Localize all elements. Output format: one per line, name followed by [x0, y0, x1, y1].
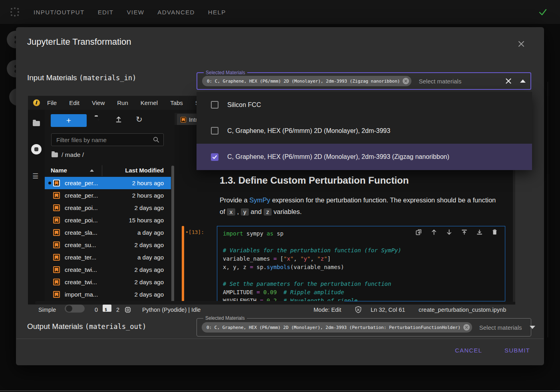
kernel-cpu-icon[interactable] [124, 306, 131, 313]
chevron-down-icon[interactable] [530, 326, 535, 329]
chip-remove-icon[interactable] [403, 78, 409, 84]
select-materials-placeholder[interactable]: Select materials [419, 78, 461, 85]
file-name: import_ma... [65, 291, 135, 298]
select-materials-placeholder[interactable]: Select materials [479, 324, 522, 331]
jupyter-menu-kernel[interactable]: Kernel [141, 99, 158, 106]
inline-code: x [227, 208, 235, 216]
file-row[interactable]: create_per...2 hours ago [45, 177, 171, 189]
material-option[interactable]: C, Graphene, HEX (P6/mmm) 2D (Monolayer)… [197, 118, 532, 144]
code-token: variable_names [223, 255, 273, 262]
window-bottom-edge [0, 390, 560, 391]
active-filename[interactable]: create_perturbation_custom.ipynb [419, 305, 506, 315]
home-folder-icon[interactable] [52, 152, 58, 157]
chevron-up-icon[interactable] [520, 79, 526, 83]
file-modified: 2 days ago [135, 291, 164, 298]
file-name: create_per... [65, 180, 132, 186]
close-icon[interactable] [517, 40, 525, 48]
file-name: create_twi... [65, 279, 135, 285]
code-token: import [223, 230, 243, 237]
code-token: AMPLITUDE [223, 289, 256, 295]
new-launcher-button[interactable]: + [51, 114, 87, 127]
code-token: (variable_names) [290, 264, 344, 270]
submit-button[interactable]: SUBMIT [504, 347, 530, 354]
menu-item-view[interactable]: VIEW [127, 9, 144, 16]
file-row[interactable]: create_ter...a day ago [45, 251, 171, 263]
file-row[interactable]: create_twi...2 days ago [45, 276, 171, 288]
material-option[interactable]: Silicon FCC [197, 92, 532, 118]
insert-cell-below-icon[interactable] [476, 229, 483, 236]
running-sessions-icon[interactable] [31, 144, 42, 154]
name-column-header[interactable]: Name [51, 167, 67, 174]
jupyter-menu-tabs[interactable]: Tabs [170, 99, 183, 106]
search-icon [153, 137, 159, 143]
cursor-position[interactable]: Ln 32, Col 61 [371, 305, 405, 315]
paragraph-text: Provide a [220, 196, 249, 204]
selected-material-chip[interactable]: 0: C, Graphene, HEX (P6/mmm) 2D (Monolay… [202, 76, 411, 86]
clear-selection-icon[interactable] [505, 77, 512, 85]
breadcrumb[interactable]: / made / [52, 151, 84, 158]
modified-column-header[interactable]: Last Modified [125, 167, 164, 174]
chip-remove-icon[interactable] [463, 324, 470, 331]
terminals-count[interactable]: 0 [95, 305, 98, 315]
file-row[interactable]: create_poi...2 days ago [45, 202, 171, 214]
checkbox-icon[interactable] [211, 101, 218, 109]
horizontal-scrollbar[interactable] [35, 301, 345, 304]
output-material-chip[interactable]: 0: C, Graphene, HEX (P6/mmm) 2D (Monolay… [202, 322, 472, 333]
file-row[interactable]: create_per...2 hours ago [45, 189, 171, 202]
file-name: create_per... [65, 192, 132, 199]
file-row[interactable]: import_ma...2 days ago [45, 288, 171, 301]
output-materials-select[interactable]: Selected Materials 0: C, Graphene, HEX (… [197, 318, 531, 337]
kernels-count[interactable]: 2 [116, 305, 119, 315]
duplicate-cell-icon[interactable] [415, 229, 422, 236]
material-option[interactable]: C, Graphene, HEX (P6/mmm) 2D (Monolayer)… [197, 144, 532, 170]
file-row[interactable]: create_twi...2 days ago [45, 263, 171, 276]
upload-icon[interactable] [115, 116, 122, 123]
file-row[interactable]: create_poi...15 hours ago [45, 214, 171, 226]
cancel-button[interactable]: CANCEL [455, 347, 482, 354]
inline-code: z [264, 208, 272, 216]
notebook-mode[interactable]: Mode: Edit [314, 305, 341, 315]
panel-splitter[interactable] [171, 166, 174, 302]
code-token: , [294, 255, 300, 262]
insert-cell-above-icon[interactable] [461, 229, 468, 236]
footer-divider [16, 339, 544, 339]
trust-shield-icon[interactable] [354, 306, 362, 314]
file-filter-input[interactable]: Filter files by name [51, 133, 164, 146]
jupyter-menu-view[interactable]: View [92, 99, 105, 106]
code-token: , [310, 255, 317, 262]
menu-item-help[interactable]: HELP [208, 9, 226, 16]
file-row[interactable]: create_su...2 days ago [45, 239, 171, 251]
code-token: " [317, 255, 320, 262]
delete-cell-icon[interactable] [491, 229, 498, 236]
code-token: x, y, z [223, 264, 250, 270]
terminal-icon[interactable]: $_ [103, 305, 111, 312]
jupyter-menu-file[interactable]: File [47, 99, 57, 106]
menu-item-advanced[interactable]: ADVANCED [157, 9, 195, 16]
menu-item-edit[interactable]: EDIT [98, 9, 114, 16]
apply-check-icon[interactable] [538, 7, 548, 17]
jupyter-menu-edit[interactable]: Edit [69, 99, 79, 106]
background-panel-edge [548, 82, 548, 337]
code-cell[interactable]: import sympy as sp # Variables for the p… [217, 226, 505, 301]
file-browser-tab-icon[interactable] [33, 121, 40, 126]
move-cell-down-icon[interactable] [446, 229, 453, 236]
paragraph-text: variables. [272, 208, 302, 215]
code-token: = [250, 264, 253, 270]
kernel-status[interactable]: Python (Pyodide) | Idle [142, 305, 201, 315]
simple-mode-toggle[interactable] [65, 305, 85, 313]
checkbox-icon[interactable] [211, 127, 218, 135]
notebook-file-icon [53, 217, 60, 224]
refresh-icon[interactable]: ↻ [136, 115, 143, 124]
code-token: sp. [253, 264, 267, 270]
menu-item-input-output[interactable]: INPUT/OUTPUT [34, 9, 85, 16]
notebook-file-icon [53, 192, 60, 199]
notebook-file-icon [53, 204, 60, 211]
sympy-link[interactable]: SymPy [249, 196, 270, 204]
sort-ascending-icon [90, 169, 94, 172]
table-of-contents-icon[interactable]: ☰ [32, 172, 38, 180]
move-cell-up-icon[interactable] [431, 229, 437, 236]
input-materials-select[interactable]: Selected Materials 0: C, Graphene, HEX (… [197, 72, 531, 90]
file-row[interactable]: create_sla...a day ago [45, 226, 171, 239]
checkbox-checked-icon[interactable] [211, 153, 218, 161]
jupyter-menu-run[interactable]: Run [117, 99, 128, 106]
